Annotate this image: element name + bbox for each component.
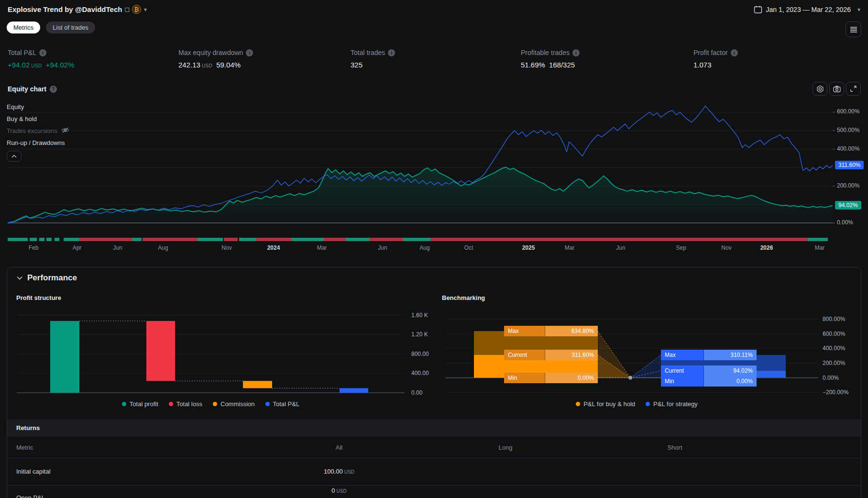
bar-total-loss <box>146 321 175 381</box>
legend-dot <box>265 402 270 406</box>
collapse-legend-button[interactable] <box>7 151 22 162</box>
timeline-segment-win[interactable] <box>132 238 142 241</box>
table-divider <box>7 458 861 458</box>
benchmark-badge-strategy-max: Max310.11% <box>661 350 757 360</box>
help-icon[interactable]: ? <box>50 86 57 93</box>
trade-timeline-inner: FebAprJunAugNov2024MarJunAugOct2025MarJu… <box>0 238 868 255</box>
view-tabs: Metrics List of trades <box>7 22 95 33</box>
returns-row-metric: Open P&L <box>16 494 45 498</box>
profit-axis-label: 1.20 K <box>411 331 428 338</box>
info-icon[interactable]: i <box>572 49 580 56</box>
timeline-year-label: 2025 <box>522 244 535 251</box>
eye-off-icon[interactable] <box>61 127 69 135</box>
badge-value: 0.00% <box>545 373 598 383</box>
benchmark-badge-buyhold-max: Max634.80% <box>504 326 598 336</box>
metric-value: 242.13USD59.04% <box>178 61 253 69</box>
timeline-segment-win[interactable] <box>30 238 37 241</box>
date-range-picker[interactable]: Jan 1, 2023 — Mar 22, 2026 ▾ <box>754 5 860 14</box>
info-icon[interactable]: i <box>731 49 738 56</box>
chevron-up-icon <box>11 155 17 158</box>
benchmark-axis-label: 600.00% <box>823 331 845 337</box>
tab-metrics[interactable]: Metrics <box>7 22 40 33</box>
timeline-segment-loss[interactable] <box>224 238 238 241</box>
timeline-segment-win[interactable] <box>198 238 223 241</box>
timeline-segment-win[interactable] <box>55 238 59 241</box>
chevron-down-icon <box>17 276 22 280</box>
badge-value: 0.00% <box>704 376 757 387</box>
legend-label: Total P&L <box>273 400 300 408</box>
info-icon[interactable]: i <box>246 49 253 56</box>
chart-settings-button[interactable] <box>813 82 827 96</box>
legend-row-buy-hold[interactable]: Buy & hold <box>7 113 71 125</box>
metric-unit: USD <box>202 63 212 68</box>
benchmark-badge-buyhold-min: Min0.00% <box>504 373 598 383</box>
legend-row-equity[interactable]: Equity <box>7 101 71 113</box>
timeline-segment-win[interactable] <box>64 238 79 241</box>
cell-number: 100.00 <box>324 468 343 475</box>
metric-label-text: Max equity drawdown <box>178 49 243 56</box>
info-icon[interactable]: i <box>39 49 46 56</box>
timeline-segment-win[interactable] <box>46 238 52 241</box>
timeline-month-label: Oct <box>464 244 473 251</box>
equity-current-badge: 94.02% <box>835 201 861 210</box>
timeline-segment-win[interactable] <box>403 238 430 241</box>
benchmark-axis-label: −200.00% <box>823 389 848 396</box>
timeline-month-label: Aug <box>158 244 168 251</box>
timeline-segment-win[interactable] <box>291 238 324 241</box>
timeline-segment-win[interactable] <box>8 238 28 241</box>
legend-label: P&L for buy & hold <box>583 400 635 408</box>
tab-list-of-trades[interactable]: List of trades <box>46 22 95 33</box>
metric-label-text: Profitable trades <box>521 49 570 56</box>
metric-main-value: 325 <box>351 61 363 69</box>
cell-unit: USD <box>344 469 354 475</box>
timeline-segment-loss[interactable] <box>143 238 198 241</box>
timeline-segment-loss[interactable] <box>256 238 291 241</box>
legend-item-p-l-for-strategy[interactable]: P&L for strategy <box>646 400 698 408</box>
performance-header[interactable]: Performance <box>17 273 77 283</box>
legend-item-commission[interactable]: Commission <box>213 400 255 408</box>
timeline-segment-loss[interactable] <box>324 238 346 241</box>
metric-profit-factor: Profit factori1.073 <box>693 49 738 69</box>
returns-section-header: Returns <box>7 419 861 437</box>
report-layout-button[interactable] <box>846 22 861 37</box>
table-divider <box>7 485 861 486</box>
metric-extra-value: +94.02% <box>46 61 75 69</box>
calendar-icon <box>754 5 762 14</box>
info-icon[interactable]: i <box>388 49 395 56</box>
metric-main-value: 1.073 <box>693 61 712 69</box>
benchmark-axis-label: 200.00% <box>823 360 845 366</box>
timeline-segment-win[interactable] <box>346 238 369 241</box>
legend-item-total-p-l[interactable]: Total P&L <box>265 400 300 408</box>
snapshot-button[interactable] <box>829 82 844 96</box>
cell-unit: USD <box>337 488 347 494</box>
metric-value: +94.02USD+94.02% <box>8 61 74 69</box>
equity-chart-legend: EquityBuy & holdTrades excursionsRun-up … <box>7 101 71 149</box>
timeline-segment-loss[interactable] <box>79 238 132 241</box>
badge-value: 310.11% <box>704 350 757 360</box>
profit-structure-title: Profit structure <box>16 294 61 301</box>
legend-row-run-up-drawdowns[interactable]: Run-up / Drawdowns <box>7 137 71 149</box>
y-axis-label: 0.00% <box>837 219 853 226</box>
timeline-segment-loss[interactable] <box>369 238 403 241</box>
timeline-segment-win[interactable] <box>808 238 828 241</box>
returns-col-long: Long <box>477 444 534 451</box>
metric-value: 325 <box>351 61 395 69</box>
legend-label: Total profit <box>130 400 158 408</box>
benchmarking-legend: P&L for buy & holdP&L for strategy <box>442 400 832 408</box>
timeline-segment-win[interactable] <box>239 238 256 241</box>
timeline-month-label: Aug <box>419 244 429 251</box>
legend-item-total-loss[interactable]: Total loss <box>169 400 202 408</box>
timeline-segment-win[interactable] <box>39 238 44 241</box>
legend-item-p-l-for-buy-hold[interactable]: P&L for buy & hold <box>576 400 635 408</box>
metric-profitable-trades: Profitable tradesi51.69%168/325 <box>521 49 580 69</box>
legend-item-total-profit[interactable]: Total profit <box>122 400 158 408</box>
metric-label: Total tradesi <box>351 49 395 56</box>
chevron-down-icon: ▾ <box>857 6 860 13</box>
timeline-month-label: Jun <box>616 244 625 251</box>
chevron-down-icon[interactable]: ▾ <box>144 6 147 13</box>
y-axis-label: 200.00% <box>837 182 859 189</box>
metric-label: Profit factori <box>693 49 738 56</box>
legend-row-trades-excursions[interactable]: Trades excursions <box>7 125 71 137</box>
fullscreen-button[interactable] <box>846 82 861 96</box>
timeline-segment-loss[interactable] <box>430 238 808 241</box>
